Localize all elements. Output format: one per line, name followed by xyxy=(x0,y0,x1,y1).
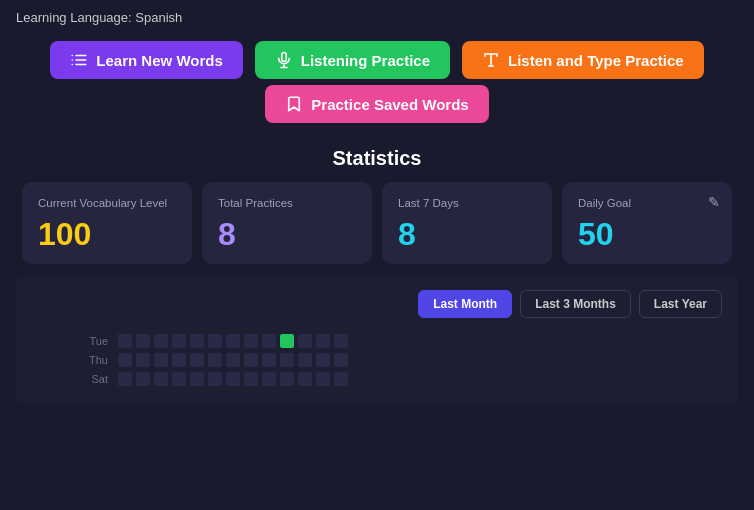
heatmap-day-label: Sat xyxy=(72,373,108,385)
heatmap-day-label: Tue xyxy=(72,335,108,347)
heatmap-cell xyxy=(298,334,312,348)
heatmap-cell xyxy=(244,353,258,367)
heatmap-row: Sat xyxy=(72,372,722,386)
heatmap-cell xyxy=(316,372,330,386)
second-buttons-row: Practice Saved Words xyxy=(0,85,754,133)
stat-label-last7days: Last 7 Days xyxy=(398,196,536,211)
chart-btn-last-3-months[interactable]: Last 3 Months xyxy=(520,290,631,318)
stat-label-dailygoal: Daily Goal xyxy=(578,196,716,211)
practice-saved-words-button[interactable]: Practice Saved Words xyxy=(265,85,488,123)
heatmap-cell xyxy=(334,353,348,367)
stats-row: Current Vocabulary Level 100 Total Pract… xyxy=(0,182,754,276)
heatmap-cell xyxy=(208,334,222,348)
listen-and-type-label: Listen and Type Practice xyxy=(508,52,684,69)
listening-practice-button[interactable]: Listening Practice xyxy=(255,41,450,79)
heatmap-row: Tue xyxy=(72,334,722,348)
heatmap-cell xyxy=(190,334,204,348)
heatmap-cell xyxy=(190,353,204,367)
heatmap-cell xyxy=(118,372,132,386)
svg-rect-6 xyxy=(282,53,287,62)
stat-card-last7days: Last 7 Days 8 xyxy=(382,182,552,264)
top-bar-label: Learning Language: Spanish xyxy=(0,0,754,31)
heatmap-cell xyxy=(262,334,276,348)
stat-value-last7days: 8 xyxy=(398,217,536,252)
heatmap-cell xyxy=(172,372,186,386)
list-icon xyxy=(70,51,88,69)
heatmap-cell xyxy=(280,353,294,367)
heatmap-cell xyxy=(136,334,150,348)
heatmap-cell xyxy=(334,372,348,386)
heatmap-cell xyxy=(280,334,294,348)
heatmap-cell xyxy=(172,353,186,367)
stat-value-dailygoal: 50 xyxy=(578,217,716,252)
heatmap-cell xyxy=(226,334,240,348)
chart-btn-last-month[interactable]: Last Month xyxy=(418,290,512,318)
heatmap-cell xyxy=(118,353,132,367)
chart-controls: Last Month Last 3 Months Last Year xyxy=(32,290,722,318)
practice-saved-words-label: Practice Saved Words xyxy=(311,96,468,113)
heatmap-cell xyxy=(226,353,240,367)
chart-section: Last Month Last 3 Months Last Year TueTh… xyxy=(16,276,738,404)
heatmap-cell xyxy=(118,334,132,348)
heatmap-cell xyxy=(334,334,348,348)
type-icon xyxy=(482,51,500,69)
bookmark-icon xyxy=(285,95,303,113)
heatmap-cell xyxy=(136,372,150,386)
heatmap-cell xyxy=(316,334,330,348)
heatmap-cell xyxy=(262,353,276,367)
mic-icon xyxy=(275,51,293,69)
main-buttons-row: Learn New Words Listening Practice Liste… xyxy=(0,31,754,85)
learn-new-words-button[interactable]: Learn New Words xyxy=(50,41,242,79)
heatmap-cell xyxy=(226,372,240,386)
heatmap-cell xyxy=(280,372,294,386)
edit-daily-goal-icon[interactable]: ✎ xyxy=(708,194,720,210)
heatmap-cell xyxy=(244,372,258,386)
heatmap-cell xyxy=(298,353,312,367)
heatmap-cell xyxy=(262,372,276,386)
heatmap-cell xyxy=(298,372,312,386)
stat-card-dailygoal: Daily Goal 50 ✎ xyxy=(562,182,732,264)
stat-card-vocabulary: Current Vocabulary Level 100 xyxy=(22,182,192,264)
listening-practice-label: Listening Practice xyxy=(301,52,430,69)
listen-and-type-button[interactable]: Listen and Type Practice xyxy=(462,41,704,79)
statistics-title: Statistics xyxy=(0,133,754,182)
heatmap-cell xyxy=(208,353,222,367)
stat-label-practices: Total Practices xyxy=(218,196,356,211)
heatmap-area: TueThuSat xyxy=(32,334,722,386)
stat-label-vocabulary: Current Vocabulary Level xyxy=(38,196,176,211)
heatmap-cell xyxy=(190,372,204,386)
heatmap-cell xyxy=(154,372,168,386)
heatmap-cell xyxy=(244,334,258,348)
heatmap-cell xyxy=(154,334,168,348)
stat-card-practices: Total Practices 8 xyxy=(202,182,372,264)
stat-value-vocabulary: 100 xyxy=(38,217,176,252)
learn-new-words-label: Learn New Words xyxy=(96,52,222,69)
heatmap-row: Thu xyxy=(72,353,722,367)
chart-btn-last-year[interactable]: Last Year xyxy=(639,290,722,318)
heatmap-cell xyxy=(316,353,330,367)
stat-value-practices: 8 xyxy=(218,217,356,252)
heatmap-cell xyxy=(136,353,150,367)
heatmap-cell xyxy=(208,372,222,386)
heatmap-cell xyxy=(172,334,186,348)
heatmap-cell xyxy=(154,353,168,367)
heatmap-day-label: Thu xyxy=(72,354,108,366)
